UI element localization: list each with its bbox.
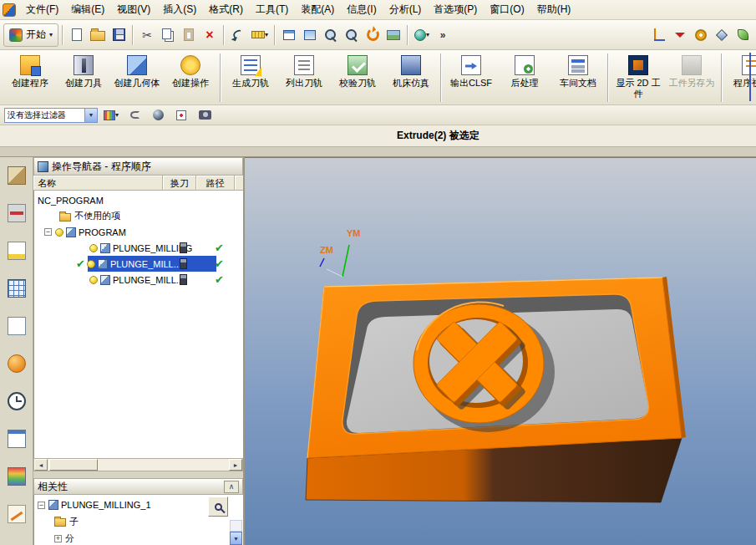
program-view-button[interactable]: 程序视图 <box>725 52 756 103</box>
material-button[interactable] <box>733 24 753 46</box>
expand-box-icon[interactable]: + <box>54 535 62 542</box>
menu-preferences[interactable]: 首选项(P) <box>428 0 483 19</box>
verify-toolpath-button[interactable]: 校验刀轨 <box>331 52 384 103</box>
status-message: Extrude(2) 被选定 <box>397 129 479 143</box>
highlight-button[interactable] <box>148 104 168 126</box>
color-filter-button[interactable]: ▾ <box>101 104 121 126</box>
navigator-title-bar[interactable]: 操作导航器 - 程序顺序 <box>33 157 243 176</box>
column-path[interactable]: 路径 <box>196 176 235 190</box>
graphics-viewport[interactable]: YM ZM <box>245 157 756 545</box>
open-button[interactable] <box>88 24 108 46</box>
snap-point-button[interactable] <box>171 104 191 126</box>
paste-button[interactable] <box>179 24 199 46</box>
dependencies-header[interactable]: 相关性 ∧ <box>33 478 243 495</box>
system-scenes-button[interactable] <box>5 502 28 526</box>
undo-button[interactable] <box>228 24 248 46</box>
menu-file[interactable]: 文件(F) <box>20 0 64 19</box>
navigator-column-header[interactable]: 名称 换刀 路径 <box>33 176 243 191</box>
shop-documentation-button[interactable]: 车间文档 <box>551 52 605 103</box>
collapse-box-icon[interactable]: − <box>44 228 52 236</box>
toolbar-overflow-button[interactable]: » <box>433 24 453 46</box>
fit-view-button[interactable] <box>279 24 299 46</box>
rotate-view-button[interactable] <box>363 24 383 46</box>
create-tool-button[interactable]: 创建刀具 <box>57 52 110 103</box>
previous-selection-button[interactable] <box>124 104 145 126</box>
dependency-row-partial[interactable]: +分 <box>34 530 243 545</box>
zoom-in-out-button[interactable] <box>342 24 362 46</box>
scroll-thumb[interactable] <box>49 459 98 471</box>
show-2d-workpiece-button[interactable]: 显示 2D 工件 <box>611 52 665 103</box>
tree-row-plunge-milling-1[interactable]: PLUNGE_MILLING ✔ <box>34 240 243 256</box>
create-geometry-button[interactable]: 创建几何体 <box>110 52 164 103</box>
zoom-button[interactable] <box>321 24 341 46</box>
history-button[interactable] <box>5 390 28 413</box>
copy-button[interactable] <box>158 24 178 46</box>
process-studio-button[interactable] <box>5 427 28 451</box>
menu-help[interactable]: 帮助(H) <box>531 0 577 19</box>
roles-button[interactable] <box>5 465 28 488</box>
menu-window[interactable]: 窗口(O) <box>484 0 530 19</box>
system-scenes-icon <box>8 505 26 523</box>
tree-row-nc-program[interactable]: NC_PROGRAM <box>34 192 243 208</box>
active-check-icon: ✔ <box>76 258 85 269</box>
tree-row-plunge-milling-2-selected[interactable]: ✔PLUNGE_MILL... ✔ <box>34 256 243 272</box>
web-browser-button[interactable] <box>5 352 28 375</box>
palette-dropdown-icon: ▾ <box>115 111 119 119</box>
cut-button[interactable]: ✂ <box>137 24 157 46</box>
postprocess-button[interactable]: 后处理 <box>498 52 551 103</box>
save-button[interactable] <box>109 24 129 46</box>
snapshot-button[interactable] <box>383 24 403 46</box>
dependencies-scroll-down-button[interactable]: ▼ <box>230 532 242 545</box>
menu-analysis[interactable]: 分析(L) <box>383 0 428 19</box>
measure-button[interactable]: ▾ <box>249 24 271 46</box>
window-view-button[interactable] <box>300 24 320 46</box>
scroll-left-button[interactable]: ◄ <box>34 459 48 471</box>
assembly-navigator-button[interactable] <box>5 164 28 187</box>
menu-tools[interactable]: 工具(T) <box>250 0 294 19</box>
part-navigator-button[interactable] <box>5 239 28 262</box>
menu-insert[interactable]: 插入(S) <box>157 0 202 19</box>
start-button[interactable]: 开始 ▾ <box>3 23 58 47</box>
dependencies-panel[interactable]: −PLUNGE_MILLING_1 子 +分 ▼ <box>33 495 243 545</box>
output-clsf-button[interactable]: 输出CLSF <box>444 52 498 103</box>
delete-button[interactable]: × <box>200 24 220 46</box>
preferences-button[interactable] <box>691 24 711 46</box>
menu-edit[interactable]: 编辑(E) <box>65 0 110 19</box>
tree-row-unused-items[interactable]: 不使用的项 <box>34 208 243 224</box>
tool-change-cell <box>166 258 200 269</box>
shaded-display-button[interactable]: ▾ <box>412 24 432 46</box>
create-operation-button[interactable]: 创建操作 <box>164 52 217 103</box>
list-toolpath-button[interactable]: 列出刀轨 <box>277 52 331 103</box>
orient-wcs-button[interactable] <box>670 24 690 46</box>
column-tool-change[interactable]: 换刀 <box>163 176 195 190</box>
constraint-navigator-button[interactable] <box>5 201 28 225</box>
tree-row-program[interactable]: −PROGRAM <box>34 224 243 240</box>
new-file-button[interactable] <box>67 24 87 46</box>
operation-tree[interactable]: NC_PROGRAM 不使用的项 −PROGRAM PLUNGE_MILLING <box>33 191 243 458</box>
find-in-dependencies-button[interactable] <box>208 497 228 517</box>
dependencies-scroll-track[interactable] <box>230 520 242 532</box>
hd3d-tools-button[interactable] <box>5 314 28 338</box>
csys-dynamics-button[interactable] <box>649 24 669 46</box>
point-dialog-button[interactable] <box>712 24 732 46</box>
collapse-box-icon[interactable]: − <box>38 502 45 509</box>
generate-toolpath-button[interactable]: 生成刀轨 <box>224 52 277 103</box>
reuse-library-button[interactable] <box>5 277 28 300</box>
menu-information[interactable]: 信息(I) <box>341 0 382 19</box>
selection-filter-combo[interactable]: 没有选择过滤器 ▼ <box>4 108 98 123</box>
button-label: 列出刀轨 <box>286 78 322 89</box>
create-program-button[interactable]: 创建程序 <box>3 52 57 103</box>
navigator-horizontal-scrollbar[interactable]: ◄ ► <box>33 458 243 471</box>
save-icon <box>113 28 125 41</box>
save-workpiece-as-button[interactable]: 工件另存为 <box>665 52 718 103</box>
capture-button[interactable] <box>195 104 215 126</box>
machine-simulation-button[interactable]: 机床仿真 <box>384 52 438 103</box>
menu-assemblies[interactable]: 装配(A) <box>295 0 340 19</box>
menu-format[interactable]: 格式(R) <box>203 0 249 19</box>
combo-dropdown-icon[interactable]: ▼ <box>84 109 97 122</box>
menu-view[interactable]: 视图(V) <box>111 0 156 19</box>
scroll-right-button[interactable]: ► <box>229 459 242 471</box>
tree-row-plunge-milling-3[interactable]: PLUNGE_MILL... ✔ <box>34 272 243 288</box>
column-name[interactable]: 名称 <box>33 176 163 190</box>
collapse-panel-button[interactable]: ∧ <box>224 481 239 493</box>
